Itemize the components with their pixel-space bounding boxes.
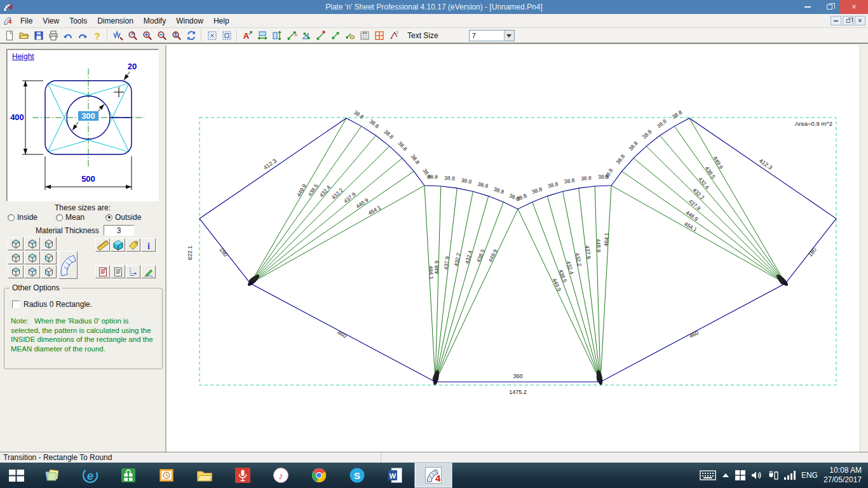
dim-horizontal-button[interactable] [255,29,269,43]
menu-dimension[interactable]: Dimension [92,15,139,27]
view-iso-top-button[interactable] [24,237,40,250]
annotate-button[interactable] [141,265,156,278]
volume-icon[interactable] [751,470,763,480]
restore-button[interactable] [818,0,840,14]
taskbar-internet-explorer[interactable]: e [71,463,109,488]
fit-drawing-button[interactable] [205,29,219,43]
undo-button[interactable] [60,29,75,43]
mdi-minimize-button[interactable] [831,16,841,25]
dim-offset-button[interactable] [126,265,140,278]
dim-aligned-button[interactable]: 20 [284,29,299,43]
tray-expand-chevron-icon[interactable] [722,473,729,478]
material-thickness-input[interactable] [104,225,134,236]
radius0-checkbox[interactable] [12,301,20,308]
fit-sheet-button[interactable] [219,29,234,43]
mdi-close-button[interactable]: × [855,16,865,25]
height-link[interactable]: Height [12,52,34,61]
material-thickness-label: Material Thickness [36,226,99,235]
info-button[interactable]: i [141,238,156,252]
menu-help[interactable]: Help [208,15,234,27]
dimension-label: 437.9 [443,256,451,271]
crosshair-cursor [114,87,124,97]
taskbar-voice-recorder[interactable] [224,463,262,488]
taskbar-start[interactable] [0,463,33,488]
view-3d-button[interactable] [111,238,125,252]
report-button[interactable] [111,265,125,278]
zoom-scale-button[interactable] [169,29,184,43]
new-button[interactable] [2,29,17,43]
view-iso-right-button[interactable] [41,251,57,264]
dim-vertical-button[interactable] [269,29,284,43]
taskbar-windows-store[interactable] [109,463,147,488]
dim-corner-radius[interactable]: 20 [128,62,137,71]
zoom-dynamic-button[interactable] [125,29,140,43]
taskbar-skype[interactable]: S [338,463,376,488]
taskbar-word[interactable]: W [376,463,414,488]
view-iso-corner-2-button[interactable] [41,237,57,250]
view-iso-left-button[interactable] [8,251,24,264]
view-iso-corner-1-button[interactable] [8,237,24,250]
dimension-label: 464.1 [603,233,610,247]
taskbar-plate-n-sheet[interactable]: 4 [414,463,452,488]
dim-pick-button[interactable] [342,29,357,43]
pattern-development-button[interactable] [58,251,78,279]
action-center-icon[interactable] [735,470,745,480]
menu-window[interactable]: Window [171,15,208,27]
dim-free-button[interactable] [328,29,342,43]
taskbar-sticky-notes[interactable] [33,463,71,488]
print-icon [48,30,59,41]
menu-view[interactable]: View [37,15,64,27]
close-button[interactable]: × [840,0,868,14]
touch-keyboard-icon[interactable] [700,470,716,481]
mdi-restore-button[interactable] [843,16,853,25]
menu-modify[interactable]: Modify [139,15,171,27]
help-button[interactable]: ? [90,29,104,43]
angle-button[interactable]: 2 [386,29,401,43]
clock[interactable]: 10:08 AM 27/05/2017 [824,466,862,485]
power-plug-icon[interactable] [768,470,778,480]
measure-button[interactable] [95,238,110,252]
dim-true-length-button[interactable] [299,29,313,43]
drawing-canvas[interactable]: 449.9438.5432.4432.2437.9448.9464.138.83… [166,45,860,452]
report-print-button[interactable] [95,265,110,278]
radio-mean[interactable]: Mean [56,213,105,222]
text-size-combobox[interactable]: 7 [469,30,515,41]
combo-dropdown-button[interactable] [504,30,514,41]
grid-button[interactable] [372,29,386,43]
radio-outside[interactable]: Outside [105,213,141,222]
view-iso-front-button[interactable] [24,251,40,264]
radio-inside[interactable]: Inside [8,213,56,222]
menu-file[interactable]: File [15,15,37,27]
zoom-out-button[interactable] [154,29,169,43]
open-button[interactable] [17,29,31,43]
dim-text-button[interactable]: A [240,29,255,43]
minimize-button[interactable] [797,0,818,14]
taskbar-itunes[interactable]: ♪ [262,463,300,488]
language-indicator[interactable]: ENG [801,471,818,480]
view-iso-corner-4-button[interactable] [41,265,57,278]
print-button[interactable] [46,29,60,43]
dimension-label: 38.8 [410,153,421,165]
zoom-previous-button[interactable] [184,29,198,43]
dimension-label: 38.8 [477,180,489,189]
xyz-table-button[interactable]: XYZ [357,29,372,43]
dim-width[interactable]: 500 [81,174,95,184]
menu-tools[interactable]: Tools [64,15,92,27]
redo-button[interactable] [75,29,90,43]
dim-diameter[interactable]: 300 [81,111,95,121]
view-iso-corner-3-button[interactable] [8,265,24,278]
taskbar-file-explorer[interactable] [186,463,224,488]
taskbar-outlook[interactable] [147,463,186,488]
zoom-in-button[interactable] [140,29,154,43]
dimension-label: 38.8 [547,180,559,189]
dimension-label: 412.3 [758,158,773,171]
network-signal-icon[interactable] [784,471,796,480]
save-button[interactable] [31,29,46,43]
radio-label: Outside [115,213,141,222]
view-iso-bottom-button[interactable] [24,265,40,278]
label-tag-button[interactable] [126,238,140,252]
zoom-window-button[interactable] [111,29,125,43]
taskbar-chrome[interactable] [300,463,338,488]
dim-height[interactable]: 400 [10,112,24,122]
dim-add-button[interactable] [313,29,328,43]
